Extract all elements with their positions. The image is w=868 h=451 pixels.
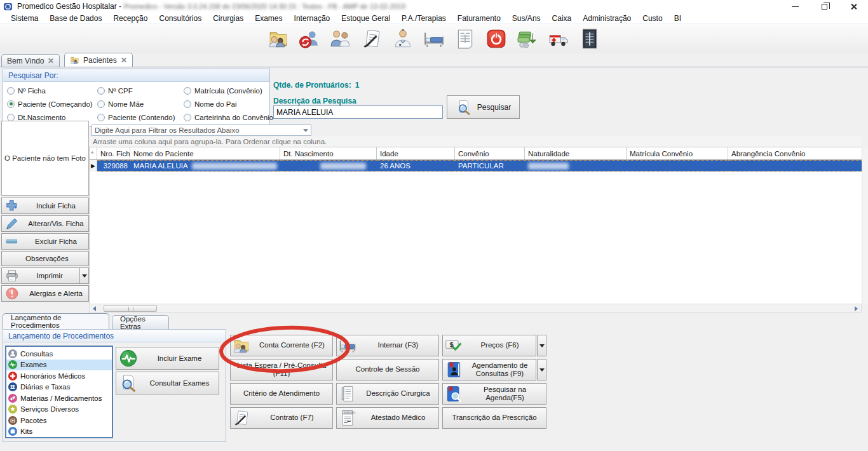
alergias-alerta-button[interactable]: Alergias e Alerta <box>1 285 89 302</box>
contrato-button[interactable]: Contrato (F7) <box>230 407 333 429</box>
incluir-exame-button[interactable]: Incluir Exame <box>116 347 219 370</box>
precos-dropdown[interactable] <box>537 335 546 356</box>
radio-icon <box>7 114 15 121</box>
radio-n-ficha[interactable]: Nº Ficha <box>7 84 97 97</box>
search-input[interactable] <box>273 105 443 119</box>
restore-button[interactable] <box>810 0 839 13</box>
descricao-cirurgica-button[interactable]: Descrição Cirurgica <box>336 383 439 405</box>
col-abrangencia-convenio[interactable]: Abrangência Convênio <box>728 147 862 159</box>
tree-item-exames[interactable]: Exames <box>6 360 112 371</box>
radio-nome-do-pai[interactable]: Nome do Pai <box>184 97 273 111</box>
vertical-scrollbar[interactable] <box>862 147 868 304</box>
tree-item-materiais-medicamentos[interactable]: Materias / Medicamentos <box>6 393 112 404</box>
lista-espera-button[interactable]: Lista Espera / Pré-Consulta (F11) <box>230 359 333 380</box>
prescription-icon[interactable] <box>361 28 383 50</box>
close-tab-icon[interactable] <box>121 57 126 63</box>
minimize-button[interactable] <box>780 0 810 13</box>
sync-users-icon[interactable] <box>299 28 320 50</box>
tab-lancamento-procedimentos[interactable]: Lançamento de Procedimentos <box>3 313 109 329</box>
col-nro-ficha[interactable]: Nro. Ficha <box>97 147 130 159</box>
imprimir-button[interactable]: Imprimir <box>1 267 89 284</box>
menu-faturamento[interactable]: Faturamento <box>452 14 506 23</box>
power-icon[interactable] <box>485 28 507 50</box>
agendamento-consultas-button[interactable]: Agendamento de Consultas (F9) <box>442 359 536 380</box>
close-button[interactable] <box>839 0 868 13</box>
menu-sus-ans[interactable]: Sus/Ans <box>506 14 546 23</box>
radio-matricula-convenio[interactable]: Matrícula (Convênio) <box>184 84 273 97</box>
scrollbar-thumb[interactable] <box>104 305 157 312</box>
invoice-icon[interactable] <box>454 28 476 50</box>
tree-item-pacotes[interactable]: Pacotes <box>6 415 112 426</box>
radio-carteirinha-convenio[interactable]: Carteirinha do Convênio <box>184 111 273 124</box>
menu-estoque-geral[interactable]: Estoque Geral <box>336 14 396 23</box>
scroll-left-icon[interactable] <box>90 305 98 312</box>
patients-folder-icon <box>233 337 250 354</box>
precos-button[interactable]: Preços (F6) <box>442 335 536 356</box>
agendamento-dropdown[interactable] <box>537 359 546 380</box>
menu-administracao[interactable]: Administração <box>577 14 637 23</box>
tree-item-honorarios-medicos[interactable]: Honorários Médicos <box>6 370 112 382</box>
excluir-ficha-button[interactable]: Excluir Ficha <box>1 233 89 250</box>
xray-icon[interactable] <box>579 28 600 50</box>
conta-corrente-button[interactable]: Conta Corrente (F2) <box>230 335 333 356</box>
radio-icon <box>184 100 191 108</box>
radio-paciente-comecando[interactable]: Paciente (Começando) <box>7 97 97 111</box>
col-dt-nascimento[interactable]: Dt. Nascimento <box>280 147 377 159</box>
menu-sistema[interactable]: Sistema <box>5 14 44 23</box>
row-indicator: ▶ <box>90 160 97 172</box>
menu-consultorios[interactable]: Consultórios <box>153 14 207 23</box>
table-row[interactable]: ▶ 329088 MARIA ALELUIA 26 ANOS PARTICULA… <box>90 160 862 172</box>
col-nome-paciente[interactable]: Nome do Paciente <box>130 147 280 159</box>
menu-pa-terapias[interactable]: P.A./Terapias <box>396 14 452 23</box>
procedures-tab-strip: Lançamento de Procedimentos Opções Extra… <box>0 313 868 329</box>
col-convenio[interactable]: Convênio <box>455 147 525 159</box>
atestado-medico-button[interactable]: Atestado Médico <box>336 407 439 429</box>
menu-custo[interactable]: Custo <box>637 14 668 23</box>
internar-button[interactable]: Internar (F3) <box>336 335 439 356</box>
pesquisar-button[interactable]: Pesquisar <box>447 95 520 119</box>
doctor-patient-icon[interactable] <box>330 28 351 50</box>
search-group: Pesquisar Por: Nº Ficha Paciente (Começa… <box>3 69 270 127</box>
menu-base-de-dados[interactable]: Base de Dados <box>44 14 107 23</box>
money-transfer-icon[interactable] <box>517 28 538 50</box>
tree-item-kits[interactable]: Kits <box>6 426 112 438</box>
close-tab-icon[interactable] <box>48 58 53 64</box>
col-matricula-convenio[interactable]: Matrícula Convênio <box>627 147 728 159</box>
controle-sessao-button[interactable]: Controle de Sessão <box>336 359 439 380</box>
pesquisar-agenda-button[interactable]: Pesquisar na Agenda(F5) <box>442 383 546 405</box>
menu-internacao[interactable]: Internação <box>288 14 336 23</box>
col-idade[interactable]: Idade <box>377 147 455 159</box>
scroll-right-icon[interactable] <box>852 305 860 312</box>
col-naturalidade[interactable]: Naturalidade <box>525 147 627 159</box>
tab-bem-vindo[interactable]: Bem Vindo <box>1 54 60 67</box>
menu-cirurgias[interactable]: Cirurgias <box>207 14 249 23</box>
consultar-exames-button[interactable]: Consultar Exames <box>116 372 219 394</box>
tree-item-diarias-taxas[interactable]: Diárias e Taxas <box>6 382 112 393</box>
tree-item-consultas[interactable]: Consultas <box>6 348 112 360</box>
horizontal-scrollbar[interactable] <box>89 304 862 313</box>
menu-bi[interactable]: BI <box>668 14 687 23</box>
filter-combo[interactable]: Digite Aqui para Filtrar os Resultados A… <box>92 125 311 136</box>
radio-nome-mae[interactable]: Nome Mãe <box>97 97 184 111</box>
criterio-atendimento-button[interactable]: Critério de Atendimento <box>230 383 333 405</box>
transcricao-prescricao-button[interactable]: Transcrição da Prescrição <box>442 407 546 429</box>
menu-caixa[interactable]: Caixa <box>546 14 578 23</box>
grid-options-header[interactable]: * <box>90 147 97 159</box>
exames-icon <box>8 360 17 369</box>
incluir-ficha-button[interactable]: Incluir Ficha <box>1 198 89 214</box>
menu-recepcao[interactable]: Recepção <box>107 14 153 23</box>
radio-n-cpf[interactable]: Nº CPF <box>97 84 184 97</box>
hospital-bed-icon[interactable] <box>423 28 445 50</box>
tab-opcoes-extras[interactable]: Opções Extras <box>112 315 169 329</box>
observacoes-button[interactable]: Observações <box>1 251 89 266</box>
ambulance-icon[interactable] <box>548 28 569 50</box>
doctor-icon[interactable] <box>392 28 414 50</box>
minimize-icon <box>792 6 799 7</box>
patients-folder-icon[interactable] <box>268 28 289 50</box>
radio-paciente-contendo[interactable]: Paciente (Contendo) <box>97 111 184 124</box>
alterar-ficha-button[interactable]: Alterar/Vis. Ficha <box>1 215 89 232</box>
imprimir-dropdown[interactable] <box>79 268 88 283</box>
tree-item-servicos-diversos[interactable]: Serviços Diversos <box>6 404 112 415</box>
tab-pacientes[interactable]: Pacientes <box>64 53 133 67</box>
menu-exames[interactable]: Exames <box>249 14 288 23</box>
